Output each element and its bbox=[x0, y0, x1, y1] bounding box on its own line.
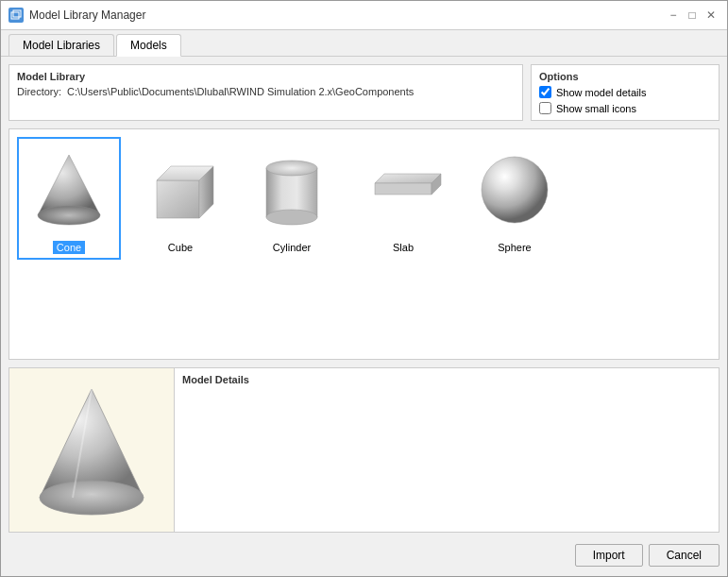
buttons-row: Import Cancel bbox=[8, 540, 720, 569]
cancel-button[interactable]: Cancel bbox=[649, 544, 720, 567]
cylinder-icon-container bbox=[245, 143, 339, 237]
title-bar: Model Library Manager − □ ✕ bbox=[1, 1, 727, 30]
cube-icon-container bbox=[133, 143, 228, 237]
show-small-icons-row: Show small icons bbox=[539, 102, 711, 114]
svg-rect-0 bbox=[11, 12, 19, 19]
svg-rect-1 bbox=[13, 10, 21, 17]
main-window: Model Library Manager − □ ✕ Model Librar… bbox=[0, 0, 728, 577]
tab-model-libraries[interactable]: Model Libraries bbox=[8, 34, 114, 56]
options-section: Options Show model details Show small ic… bbox=[531, 64, 720, 121]
model-item-cube[interactable]: Cube bbox=[128, 137, 232, 260]
models-grid: Cone bbox=[17, 137, 711, 260]
model-item-cone[interactable]: Cone bbox=[17, 137, 121, 260]
model-details-panel: Model Details bbox=[175, 368, 719, 532]
tab-models[interactable]: Models bbox=[116, 34, 181, 57]
close-button[interactable]: ✕ bbox=[703, 7, 720, 24]
svg-point-8 bbox=[266, 210, 317, 225]
svg-point-9 bbox=[266, 161, 317, 176]
slab-icon-container bbox=[356, 143, 450, 237]
bottom-section: Model Details bbox=[8, 367, 720, 533]
svg-marker-10 bbox=[375, 174, 441, 183]
show-small-icons-label: Show small icons bbox=[556, 103, 636, 114]
cube-label: Cube bbox=[164, 241, 196, 254]
content-area: Model Library Directory: C:\Users\Public… bbox=[1, 57, 727, 576]
svg-point-3 bbox=[38, 206, 100, 225]
svg-marker-4 bbox=[157, 180, 199, 218]
directory-row: Directory: C:\Users\Public\Documents\Dlu… bbox=[17, 86, 515, 97]
model-details-title: Model Details bbox=[182, 374, 711, 385]
model-item-sphere[interactable]: Sphere bbox=[463, 137, 567, 260]
show-model-details-row: Show model details bbox=[539, 86, 711, 98]
top-row: Model Library Directory: C:\Users\Public… bbox=[8, 64, 720, 121]
options-title: Options bbox=[539, 71, 711, 82]
show-model-details-label: Show model details bbox=[556, 87, 646, 98]
show-small-icons-checkbox[interactable] bbox=[539, 102, 551, 114]
slab-label: Slab bbox=[389, 241, 417, 254]
cone-label: Cone bbox=[53, 241, 85, 254]
import-button[interactable]: Import bbox=[575, 544, 643, 567]
svg-point-15 bbox=[40, 481, 144, 515]
maximize-button[interactable]: □ bbox=[684, 7, 701, 24]
model-item-slab[interactable]: Slab bbox=[351, 137, 455, 260]
svg-marker-11 bbox=[375, 183, 432, 195]
model-library-section: Model Library Directory: C:\Users\Public… bbox=[8, 64, 523, 121]
window-title: Model Library Manager bbox=[29, 8, 665, 22]
model-preview bbox=[9, 368, 175, 532]
sphere-icon-container bbox=[467, 143, 562, 237]
model-item-cylinder[interactable]: Cylinder bbox=[240, 137, 344, 260]
cone-icon-container bbox=[22, 143, 116, 237]
minimize-button[interactable]: − bbox=[665, 7, 682, 24]
models-grid-section: Cone bbox=[8, 128, 720, 360]
show-model-details-checkbox[interactable] bbox=[539, 86, 551, 98]
sphere-label: Sphere bbox=[494, 241, 534, 254]
tab-bar: Model Libraries Models bbox=[1, 30, 727, 57]
model-library-title: Model Library bbox=[17, 71, 515, 82]
svg-point-13 bbox=[482, 157, 548, 223]
cylinder-label: Cylinder bbox=[269, 241, 314, 254]
window-controls: − □ ✕ bbox=[665, 7, 720, 24]
app-icon bbox=[8, 8, 24, 23]
directory-path: C:\Users\Public\Documents\Dlubal\RWIND S… bbox=[67, 86, 414, 97]
directory-label: Directory: bbox=[17, 86, 61, 97]
